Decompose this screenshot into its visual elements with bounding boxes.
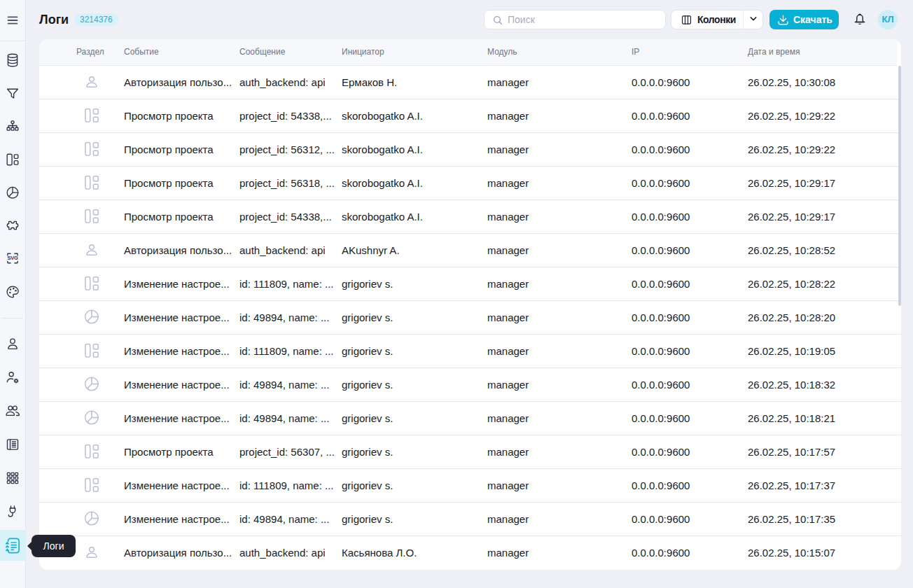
svg-text:SVG: SVG bbox=[8, 255, 18, 261]
